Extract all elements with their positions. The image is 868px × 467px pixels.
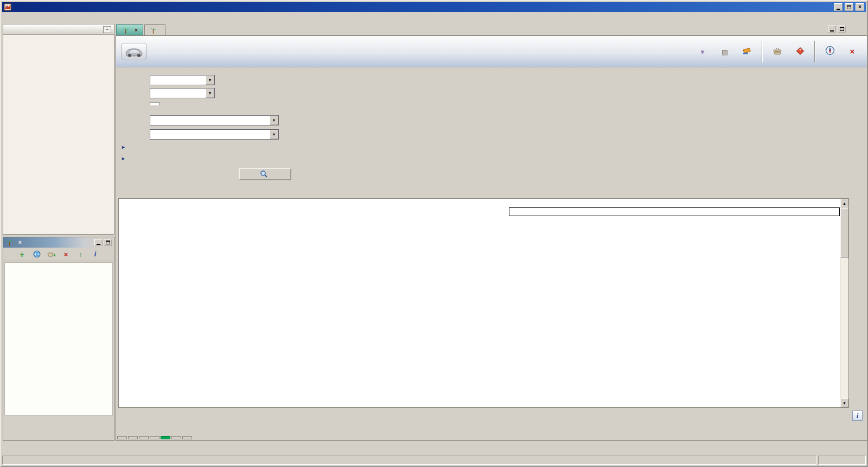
navigate-button[interactable] xyxy=(821,46,839,57)
list-item[interactable] xyxy=(5,291,112,300)
toolbar-separator xyxy=(762,41,763,62)
tab-flight[interactable] xyxy=(139,436,149,439)
total-row xyxy=(8,432,107,439)
vertical-scrollbar[interactable]: ▲ ▼ xyxy=(840,199,848,407)
list-item[interactable] xyxy=(5,282,112,291)
search-in-tabs xyxy=(150,102,177,105)
tab-airports[interactable] xyxy=(150,102,159,105)
search-icon xyxy=(260,170,267,179)
maximize-button[interactable] xyxy=(845,3,853,11)
booking-contents-header: × xyxy=(3,237,114,248)
chevron-down-icon[interactable]: ▼ xyxy=(206,89,214,98)
close-button[interactable]: × xyxy=(856,3,864,11)
expander-arrow-icon: ► xyxy=(121,156,126,161)
tab-accommodation[interactable] xyxy=(150,436,159,439)
booking-contents-list xyxy=(4,262,113,415)
booking-contents-minimize-button[interactable] xyxy=(94,239,103,246)
booking-contents-restore-button[interactable] xyxy=(104,239,112,246)
booking-contents-toolbar: + × ↑ i xyxy=(3,248,114,261)
nett-price-button[interactable] xyxy=(790,46,809,57)
tab-offices[interactable] xyxy=(159,103,168,105)
chevron-down-icon[interactable]: ▼ xyxy=(270,116,278,125)
nett-price-icon xyxy=(795,46,805,55)
stop-button[interactable] xyxy=(716,46,734,57)
tab-booking-ref[interactable]: × xyxy=(116,24,143,35)
dropoff-combo[interactable]: ▼ xyxy=(150,129,279,140)
page-toolbar: ▼ × xyxy=(693,41,867,62)
scroll-down-icon[interactable]: ▼ xyxy=(840,399,848,407)
scroll-up-icon[interactable]: ▲ xyxy=(840,199,848,207)
sidebar-header: − xyxy=(3,24,114,35)
page-header: ▼ × xyxy=(116,36,867,67)
menubar xyxy=(2,12,866,22)
list-item[interactable] xyxy=(5,265,112,274)
tab-close-icon[interactable]: × xyxy=(135,27,138,33)
menu-options[interactable] xyxy=(4,16,11,18)
row-tooltip xyxy=(509,207,840,216)
globe-icon[interactable] xyxy=(33,250,41,258)
up-arrow-icon[interactable]: ↑ xyxy=(76,250,85,258)
booking-contents-panel: × + × ↑ i xyxy=(3,237,114,441)
document-tabbar: × xyxy=(116,24,867,35)
menu-logs[interactable] xyxy=(11,16,19,18)
menu-help[interactable] xyxy=(19,16,27,18)
basket-add-icon[interactable] xyxy=(47,250,56,258)
close-icon: × xyxy=(850,46,855,55)
dropoff-at-combo[interactable]: ▼ xyxy=(150,88,215,98)
app-icon xyxy=(4,3,11,11)
tab-financial-summary[interactable] xyxy=(182,436,192,439)
palm-icon xyxy=(150,27,157,34)
list-item[interactable] xyxy=(5,274,112,282)
more-icon: ▼ xyxy=(699,46,706,55)
mdi-minimize-button[interactable] xyxy=(828,26,836,33)
tab-search[interactable] xyxy=(128,436,138,439)
car-icon xyxy=(121,43,147,60)
minimize-button[interactable] xyxy=(834,3,843,11)
booking-contents-totals xyxy=(4,416,113,439)
basket-icon xyxy=(773,46,782,55)
palm-icon xyxy=(5,239,13,247)
tab-car[interactable] xyxy=(161,436,170,439)
tab-drop-off-offices[interactable] xyxy=(168,103,177,105)
palm-icon xyxy=(122,27,129,34)
basket-button[interactable] xyxy=(768,46,787,57)
add-icon[interactable]: + xyxy=(18,250,27,258)
tab-direct-clients-search[interactable] xyxy=(144,24,165,35)
pickup-combo[interactable]: ▼ xyxy=(150,115,279,125)
membership-number-expander[interactable]: ► xyxy=(121,156,129,161)
info-icon[interactable]: i xyxy=(91,250,100,258)
chevron-down-icon[interactable]: ▼ xyxy=(206,75,214,85)
scrollbar-thumb[interactable] xyxy=(840,208,848,258)
search-button[interactable] xyxy=(239,168,291,180)
pickup-at-combo[interactable]: ▼ xyxy=(150,75,215,85)
sidebar-tree xyxy=(3,35,114,37)
expander-arrow-icon: ► xyxy=(121,145,126,150)
more-button[interactable]: ▼ xyxy=(693,46,712,57)
sidebar-collapse-icon[interactable]: − xyxy=(103,26,111,33)
titlebar: × xyxy=(2,2,866,12)
main-area: × ▼ xyxy=(116,24,867,441)
app-window: × − × + × ↑ i xyxy=(0,0,868,467)
chevron-down-icon[interactable]: ▼ xyxy=(270,130,278,139)
car-hire-panel: ▼ × ▼ ▼ xyxy=(116,35,867,441)
total-row xyxy=(8,425,107,432)
bottom-tabbar xyxy=(117,436,192,439)
mdi-restore-button[interactable] xyxy=(838,26,846,33)
tab-summary[interactable] xyxy=(117,436,127,439)
stop-icon xyxy=(722,46,727,55)
erase-filtered-out-button[interactable] xyxy=(738,46,756,57)
tab-tour[interactable] xyxy=(171,436,181,439)
total-row xyxy=(8,418,107,425)
delete-icon[interactable]: × xyxy=(62,250,71,258)
toolbar-separator xyxy=(814,41,815,62)
eraser-icon xyxy=(742,46,752,55)
navigate-icon xyxy=(825,46,835,55)
statusbar-clock xyxy=(818,456,866,465)
close-results-button[interactable]: × xyxy=(843,46,861,57)
promotion-code-expander[interactable]: ► xyxy=(121,145,129,150)
sidebar-panel: − xyxy=(3,24,114,235)
results-grid: ▲ ▼ xyxy=(118,198,849,408)
booking-contents-close-icon[interactable]: × xyxy=(18,239,22,245)
info-button[interactable]: i xyxy=(852,411,863,421)
statusbar xyxy=(2,456,866,465)
